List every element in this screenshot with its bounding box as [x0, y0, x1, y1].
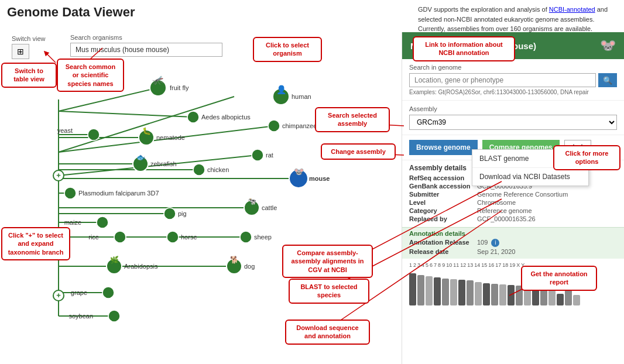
assembly-select[interactable]: GRCm39 GRCm38 GRCm37: [409, 115, 617, 130]
detail-row-category: Category Reference genome: [409, 207, 617, 214]
svg-text:Arabidopsis: Arabidopsis: [124, 263, 158, 270]
callout-download: Download sequenceand annotation: [285, 320, 370, 345]
node-plasmodium[interactable]: Plasmodium falciparum 3D7: [64, 187, 159, 199]
plus-node-3[interactable]: +: [53, 290, 64, 301]
node-aedes[interactable]: Aedes albopictus: [187, 111, 251, 123]
header-desc-pre: GDV supports the exploration and analysi…: [418, 6, 549, 13]
ncbi-annotated-link[interactable]: NCBI-annotated: [549, 6, 595, 13]
chr-bar-10[interactable]: [483, 283, 490, 305]
callout-compare-assembly: Compare assembly-assembly alignments inC…: [282, 245, 373, 278]
chr-bar-2[interactable]: [417, 275, 424, 305]
callout-change-assembly: Change assembly: [321, 143, 396, 160]
chr-bar-3[interactable]: [426, 276, 433, 305]
svg-point-53: [64, 187, 76, 199]
chr-bar-Y[interactable]: [573, 295, 580, 305]
node-chicken[interactable]: chicken: [193, 164, 229, 176]
svg-text:Aedes albopictus: Aedes albopictus: [201, 114, 251, 121]
svg-text:human: human: [292, 93, 311, 100]
detail-val-category: Reference genome: [477, 207, 532, 214]
callout-blast-species: BLAST to selectedspecies: [289, 279, 369, 304]
svg-point-36: [268, 120, 280, 132]
callout-annotation-report: Get the annotationreport: [521, 266, 597, 291]
svg-text:zebrafish: zebrafish: [150, 160, 177, 167]
node-sheep[interactable]: sheep: [240, 231, 272, 243]
chr-bar-11[interactable]: [491, 284, 498, 305]
svg-text:cattle: cattle: [262, 204, 277, 211]
menu-item-download[interactable]: Download via NCBI Datasets: [472, 168, 588, 186]
node-yeast[interactable]: yeast: [57, 127, 100, 140]
plus-node-1[interactable]: +: [53, 170, 64, 181]
svg-point-76: [108, 310, 120, 322]
node-dog[interactable]: 🐕 dog: [227, 255, 255, 274]
switch-view-area: Switch view ⊞: [12, 35, 45, 59]
node-pig[interactable]: pig: [164, 208, 187, 219]
svg-text:rat: rat: [266, 152, 273, 159]
node-arabidopsis[interactable]: 🌿 Arabidopsis: [107, 255, 158, 274]
detail-row-replaced: Replaced by GCF_000001635.26: [409, 215, 617, 222]
search-examples: Examples: Gt(ROSA)26Sor, chr6:113043000-…: [409, 89, 617, 95]
switch-view-icon: ⊞: [17, 47, 24, 56]
svg-point-34: [187, 111, 199, 123]
ann-key-date: Release date: [409, 248, 474, 255]
svg-text:🦟: 🦟: [152, 74, 164, 85]
search-genome-input[interactable]: [409, 73, 596, 87]
svg-text:+: +: [56, 291, 61, 300]
chr-bar-7[interactable]: [458, 280, 465, 305]
chr-bar-8[interactable]: [467, 280, 474, 305]
chr-bar-1[interactable]: [409, 273, 416, 305]
svg-point-43: [252, 149, 263, 161]
annotation-details-section: Annotation details Annotation Release 10…: [402, 227, 624, 259]
node-mouse[interactable]: 🐭 mouse: [289, 167, 330, 188]
chr-bar-9[interactable]: [475, 282, 482, 305]
callout-switch-view: Switch totable view: [1, 63, 57, 88]
ann-row-date: Release date Sep 21, 2020: [409, 248, 617, 255]
svg-point-38: [88, 129, 100, 140]
chr-bar-18[interactable]: [548, 290, 556, 305]
detail-row-level: Level Chromosome: [409, 199, 617, 206]
chr-bar-12[interactable]: [499, 284, 506, 305]
switch-view-button[interactable]: ⊞: [12, 44, 29, 59]
chr-bar-4[interactable]: [434, 277, 441, 305]
svg-text:mouse: mouse: [309, 175, 330, 182]
node-chimpanzee[interactable]: chimpanzee: [268, 120, 317, 132]
svg-text:🐕: 🐕: [230, 255, 239, 264]
detail-key-level: Level: [409, 199, 474, 206]
chr-bar-19[interactable]: [557, 294, 564, 305]
svg-text:nematode: nematode: [156, 134, 185, 141]
chr-bar-5[interactable]: [442, 279, 449, 305]
node-nematode[interactable]: 🐛 nematode: [139, 126, 185, 145]
svg-text:grape: grape: [71, 289, 87, 296]
svg-text:yeast: yeast: [57, 127, 73, 134]
ann-key-release: Annotation Release: [409, 239, 474, 247]
switch-view-label: Switch view: [12, 35, 45, 42]
node-human[interactable]: 👤 human: [273, 85, 311, 105]
svg-text:sheep: sheep: [254, 233, 272, 241]
svg-point-66: [240, 231, 252, 243]
node-cattle[interactable]: 🐄 cattle: [244, 197, 277, 215]
node-horse[interactable]: horse: [167, 231, 197, 243]
chr-bar-6[interactable]: [450, 279, 457, 305]
ann-val-date: Sep 21, 2020: [477, 248, 515, 255]
browse-genome-button[interactable]: Browse genome: [409, 140, 478, 155]
detail-key-replaced: Replaced by: [409, 215, 474, 222]
chr-bar-13[interactable]: [508, 285, 515, 305]
chr-bar-17[interactable]: [540, 289, 547, 305]
callout-search-assembly: Search selectedassembly: [315, 107, 390, 132]
callout-select-organism: Click to selectorganism: [253, 37, 322, 62]
detail-key-refseq: RefSeq accession: [409, 174, 474, 181]
svg-text:🐟: 🐟: [136, 153, 145, 162]
node-fruitfly[interactable]: 🦟 fruit fly: [150, 74, 189, 96]
species-icon: 🐭: [600, 38, 616, 53]
annotation-info-badge[interactable]: i: [491, 239, 499, 247]
svg-point-74: [102, 287, 114, 298]
node-rat[interactable]: rat: [252, 149, 273, 161]
svg-text:chimpanzee: chimpanzee: [282, 122, 317, 129]
svg-text:rice: rice: [88, 233, 99, 241]
svg-text:Plasmodium falciparum 3D7: Plasmodium falciparum 3D7: [78, 190, 159, 197]
search-genome-button[interactable]: 🔍: [598, 73, 617, 87]
search-organisms-input[interactable]: [70, 43, 222, 57]
search-genome-row: 🔍: [409, 73, 617, 87]
svg-text:pig: pig: [178, 210, 187, 217]
node-zebrafish[interactable]: 🐟 zebrafish: [133, 153, 177, 171]
detail-key-genbank: GenBank accession: [409, 183, 474, 190]
